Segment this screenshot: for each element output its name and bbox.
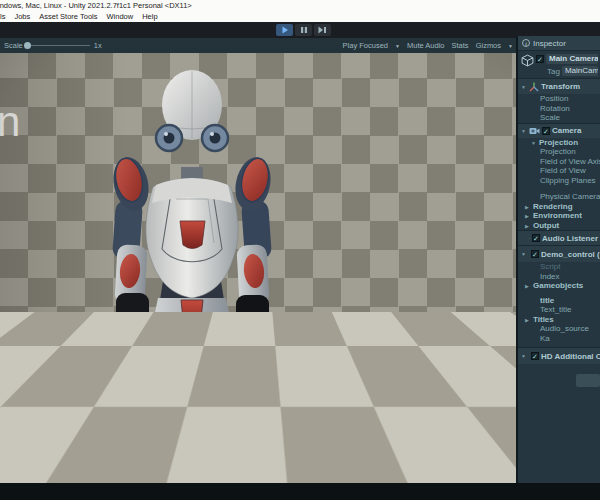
row-script: Script — [518, 262, 600, 272]
foldout-open-icon[interactable]: ▼ — [531, 139, 537, 147]
foldout-rendering[interactable]: ▶ Rendering — [518, 202, 600, 212]
environment-label: Environment — [533, 212, 582, 220]
play-focused-dropdown[interactable]: Play Focused — [343, 41, 388, 50]
row-field-of-view-axis[interactable]: Field of View Axis — [518, 157, 600, 167]
foldout-gameobjects[interactable]: ▶ Gameobjects — [518, 281, 600, 291]
component-header-transform[interactable]: ▼ Transform — [518, 78, 600, 94]
row-position[interactable]: Position — [518, 94, 600, 104]
row-text-title[interactable]: Text_title — [518, 305, 600, 315]
row-audio-source[interactable]: Audio_source — [518, 324, 600, 334]
foldout-open-icon[interactable]: ▼ — [521, 353, 527, 359]
demo-control-title: Demo_control (Scr — [541, 250, 600, 259]
foldout-environment[interactable]: ▶ Environment — [518, 211, 600, 221]
play-focused-caret-icon[interactable]: ▼ — [395, 43, 400, 49]
row-clipping-planes[interactable]: Clipping Planes — [518, 176, 600, 186]
scale-slider[interactable] — [26, 45, 90, 46]
row-physical-camera[interactable]: Physical Camera — [518, 192, 600, 202]
scene-overlay-text: n — [0, 101, 20, 143]
headphones-icon — [529, 234, 530, 243]
row-rotation[interactable]: Rotation — [518, 104, 600, 114]
window-title: indows, Mac, Linux - Unity 2021.2.7f1c1 … — [0, 1, 192, 10]
camera-icon — [529, 126, 540, 135]
tab-inspector[interactable]: i Inspector — [518, 36, 600, 51]
step-button[interactable] — [314, 24, 331, 36]
camera-enabled-checkbox[interactable]: ✓ — [542, 127, 550, 135]
titles-label: Titles — [533, 316, 554, 324]
component-header-hd-additional-camera[interactable]: ▼ ✓ HD Additional Cam — [518, 347, 600, 364]
row-title[interactable]: title — [518, 296, 600, 306]
stats-toggle[interactable]: Stats — [452, 41, 469, 50]
mute-audio-toggle[interactable]: Mute Audio — [407, 41, 445, 50]
foldout-titles[interactable]: ▶ Titles — [518, 315, 600, 325]
gameobject-header: ✓ Main Camera Tag MainCamera — [518, 51, 600, 78]
pause-button[interactable] — [295, 24, 312, 36]
component-header-audio-listener[interactable]: ✓ Audio Listener — [518, 230, 600, 245]
menu-item-window[interactable]: Window — [107, 11, 134, 22]
foldout-closed-icon[interactable]: ▶ — [525, 203, 531, 211]
menu-bar: ls Jobs Asset Store Tools Window Help — [0, 11, 600, 22]
foldout-closed-icon[interactable]: ▶ — [525, 282, 531, 290]
scale-slider-knob[interactable] — [24, 42, 31, 49]
robot-character — [0, 53, 516, 483]
output-label: Output — [533, 222, 559, 230]
rendering-label: Rendering — [533, 203, 573, 211]
menu-item-jobs[interactable]: Jobs — [14, 11, 30, 22]
gizmos-caret-icon[interactable]: ▼ — [508, 43, 513, 49]
menu-item-tools[interactable]: ls — [0, 11, 5, 22]
component-header-demo-control[interactable]: ▼ ✓ Demo_control (Scr — [518, 245, 600, 262]
unity-toolbar — [0, 22, 600, 38]
inspector-panel: i Inspector ✓ Main Camera Tag MainCamera… — [516, 36, 600, 483]
transform-title: Transform — [541, 82, 580, 91]
cube-icon[interactable] — [521, 54, 534, 67]
gameobjects-label: Gameobjects — [533, 282, 583, 290]
foldout-closed-icon[interactable]: ▶ — [525, 212, 531, 220]
scale-value: 1x — [94, 41, 102, 50]
foldout-output[interactable]: ▶ Output — [518, 221, 600, 231]
game-viewport[interactable]: n — [0, 53, 516, 483]
pause-icon — [300, 26, 308, 34]
hd-camera-enabled-checkbox[interactable]: ✓ — [531, 352, 539, 360]
scale-label: Scale — [4, 41, 23, 50]
gameobject-active-checkbox[interactable]: ✓ — [536, 55, 544, 63]
partial-field-box[interactable] — [576, 374, 600, 387]
audio-listener-title: Audio Listener — [542, 234, 598, 243]
row-ka[interactable]: Ka — [518, 334, 600, 344]
camera-projection-section[interactable]: ▼ Projection — [518, 138, 600, 148]
row-projection[interactable]: Projection — [518, 147, 600, 157]
window-title-bar: indows, Mac, Linux - Unity 2021.2.7f1c1 … — [0, 0, 600, 11]
info-icon: i — [522, 39, 530, 47]
menu-item-asset-store-tools[interactable]: Asset Store Tools — [39, 11, 97, 22]
prev-arrow-icon[interactable] — [460, 447, 473, 472]
demo-control-enabled-checkbox[interactable]: ✓ — [531, 250, 539, 258]
foldout-closed-icon[interactable]: ▶ — [525, 316, 531, 324]
inspector-tab-label: Inspector — [533, 39, 566, 48]
hd-camera-title: HD Additional Cam — [541, 352, 600, 361]
component-header-camera[interactable]: ▼ ✓ Camera — [518, 123, 600, 138]
step-icon — [318, 26, 327, 34]
audio-listener-enabled-checkbox[interactable]: ✓ — [532, 234, 540, 242]
camera-title: Camera — [552, 126, 581, 135]
game-view-toolbar: Scale 1x Play Focused ▼ Mute Audio Stats… — [0, 38, 516, 54]
play-button[interactable] — [276, 24, 293, 36]
foldout-open-icon[interactable]: ▼ — [521, 84, 527, 90]
transform-icon — [529, 82, 539, 92]
foldout-open-icon[interactable]: ▼ — [521, 251, 527, 257]
projection-section-label: Projection — [539, 139, 578, 147]
tag-dropdown[interactable]: MainCamera — [562, 66, 598, 76]
tag-label: Tag — [547, 67, 560, 76]
status-bar — [0, 483, 600, 500]
play-icon — [281, 26, 289, 34]
gizmos-dropdown[interactable]: Gizmos — [476, 41, 501, 50]
scene-nav-arrows — [460, 447, 495, 472]
foldout-closed-icon[interactable]: ▶ — [525, 222, 531, 230]
menu-item-help[interactable]: Help — [142, 11, 157, 22]
row-field-of-view[interactable]: Field of View — [518, 166, 600, 176]
foldout-open-icon[interactable]: ▼ — [521, 128, 527, 134]
row-index[interactable]: Index — [518, 272, 600, 282]
play-controls — [276, 24, 331, 36]
gameobject-name-field[interactable]: Main Camera — [546, 54, 598, 64]
row-scale[interactable]: Scale — [518, 113, 600, 123]
next-arrow-icon[interactable] — [482, 447, 495, 472]
